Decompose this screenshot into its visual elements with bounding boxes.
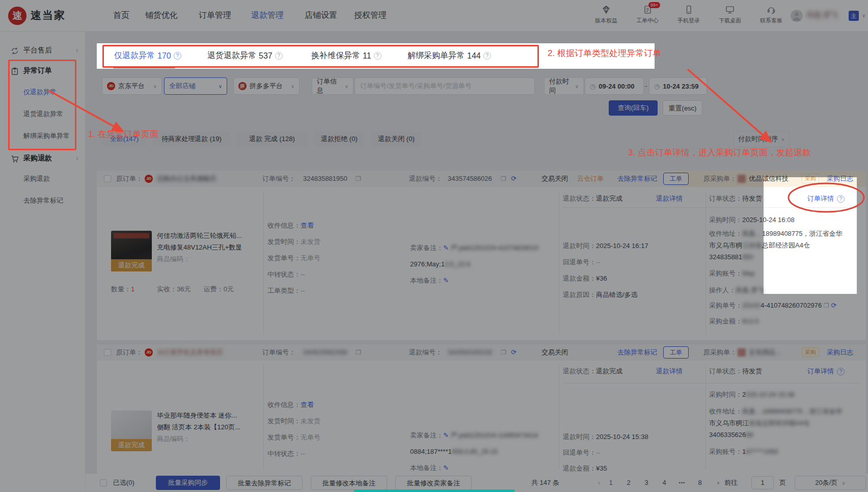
page-number[interactable]: 3 — [639, 476, 654, 490]
po-shop-logo — [738, 348, 746, 357]
batch-edit-local-note-button[interactable]: 批量修改本地备注 — [311, 476, 387, 490]
reset-button[interactable]: 重置(esc) — [663, 100, 702, 116]
question-icon[interactable]: ? — [837, 368, 845, 375]
select-all-checkbox[interactable] — [100, 479, 107, 486]
user-role-badge: 主 — [849, 11, 859, 21]
refresh-icon[interactable]: ⟳ — [831, 302, 836, 309]
shop-select[interactable]: 全部店铺 ∨ — [164, 77, 227, 95]
product-image[interactable]: 退款完成 — [111, 411, 152, 451]
question-icon[interactable]: ? — [837, 195, 845, 203]
edit-icon[interactable]: ✎ — [443, 244, 449, 252]
search-button[interactable]: 查询(回车) — [609, 100, 658, 116]
divider — [706, 365, 706, 470]
question-icon[interactable]: ? — [374, 52, 382, 60]
sidebar-item-purchase-refund[interactable]: 采购退款 — [23, 171, 85, 186]
purchase-log-link[interactable]: 采购日志 — [827, 171, 853, 187]
refund-detail-link[interactable]: 退款详情 — [656, 191, 683, 206]
batch-purchase-sync-button[interactable]: 批量采购同步 — [156, 476, 220, 490]
question-icon[interactable]: ? — [483, 52, 491, 60]
order-detail-link[interactable]: 订单详情? — [807, 191, 845, 206]
order-detail-link[interactable]: 订单详情? — [807, 364, 845, 379]
avatar[interactable] — [791, 10, 803, 22]
tab-unbind-po[interactable]: 解绑采购单异常144? — [408, 50, 491, 61]
order-search-input[interactable]: 订单编号/发货单号/采购单号/货源单号 — [355, 77, 535, 95]
refund-status: 退款状态：退款完成 — [563, 191, 622, 206]
goto-page-input[interactable]: 1 — [751, 476, 774, 489]
page-number[interactable]: 1 — [604, 476, 618, 490]
copy-icon[interactable]: ❐ — [824, 302, 829, 309]
refresh-icon[interactable]: ⟳ — [511, 344, 517, 361]
page-number[interactable]: 4 — [657, 476, 671, 490]
date-from-input[interactable]: ◷ 09-24 00:00 — [585, 77, 644, 95]
sidebar-item-refund-only[interactable]: 仅退款异常 — [23, 85, 85, 100]
row-checkbox[interactable] — [104, 175, 111, 182]
sidebar-item-unbind-po[interactable]: 解绑采购单异常 — [23, 128, 85, 144]
sidebar-item-return-refund[interactable]: 退货退款异常 — [23, 106, 85, 122]
refund-detail-link[interactable]: 退款详情 — [656, 364, 683, 379]
nav-authorization[interactable]: 授权管理 — [354, 10, 387, 21]
remove-mark-link[interactable]: 去除异常标记 — [617, 171, 657, 187]
edit-icon[interactable]: ✎ — [443, 277, 449, 284]
util-phone-login[interactable]: 手机登录 — [670, 5, 707, 24]
platform-select-jd[interactable]: JD 京东平台 ∨ — [102, 77, 162, 95]
edit-icon[interactable]: ✎ — [443, 464, 449, 472]
tab-return-refund[interactable]: 退货退款异常537? — [207, 50, 283, 61]
product-title[interactable]: 毕业那年随身便签本 迷你... 侧翻 活页本 2本装【120页... 商品编码： — [157, 409, 268, 445]
subtab-rejected[interactable]: 退款拒绝 (0) — [314, 131, 365, 147]
view-address-link[interactable]: 查看 — [301, 222, 314, 229]
selected-count: 已选(0) — [113, 474, 134, 492]
util-version-rights[interactable]: 版本权益 — [588, 5, 625, 24]
nav-shop-settings[interactable]: 店铺设置 — [305, 10, 337, 21]
util-ticket-center[interactable]: 99+ 工单中心 — [629, 5, 666, 24]
receiver-address: 收件地址：凤凰，18989408775，浙江省金华 市义乌市稠江街道总部经济园A… — [709, 228, 862, 263]
tab-refund-only[interactable]: 仅退款异常170? — [114, 50, 181, 61]
nav-orders[interactable]: 订单管理 — [199, 10, 231, 21]
pay-time-select[interactable]: 付款时间 ∨ — [544, 77, 584, 95]
refresh-icon[interactable]: ⟳ — [511, 171, 517, 187]
util-download-desktop[interactable]: 下载桌面 — [712, 5, 748, 24]
chevron-down-icon[interactable]: ∨ — [862, 13, 865, 18]
purchase-log-link[interactable]: 采购日志 — [827, 344, 853, 361]
copy-icon[interactable]: ❐ — [501, 171, 506, 187]
subtab-closed[interactable]: 退款关闭 (0) — [371, 131, 422, 147]
refund-status-badge: 退款完成 — [111, 439, 152, 451]
sidebar-item-remove-mark[interactable]: 去除异常标记 — [23, 193, 85, 208]
app-logo[interactable]: 速 — [8, 7, 26, 25]
remove-mark-link[interactable]: 去除异常标记 — [617, 344, 657, 361]
product-image[interactable]: 退款完成 — [111, 231, 152, 271]
sidebar-group-purchase-refund[interactable]: 采购退款 › — [0, 150, 86, 166]
copy-icon[interactable]: ❐ — [356, 344, 361, 361]
remarks: 卖家备注：✎ 严;pdd1251024-11890473414 0884;187… — [410, 427, 563, 474]
nav-refunds[interactable]: 退款管理 — [251, 10, 284, 21]
amounts: 实收：36元 运费：0元 — [157, 282, 234, 297]
order-info-type-select[interactable]: 订单信息 ∨ — [312, 77, 354, 95]
next-page-button[interactable]: › — [711, 476, 725, 490]
platform-select-pdd[interactable]: 拼 拼多多平台 ∨ — [233, 77, 300, 95]
question-icon[interactable]: ? — [275, 52, 283, 60]
tab-exchange-warranty[interactable]: 换补维保异常11? — [311, 50, 382, 61]
subtab-pending[interactable]: 待商家处理退款 (19) — [153, 131, 230, 147]
batch-remove-mark-button[interactable]: 批量去除异常标记 — [226, 476, 303, 490]
view-address-link[interactable]: 查看 — [301, 401, 314, 408]
topbar: 速 速当家 首页 铺货优化 订单管理 退款管理 店铺设置 授权管理 版本权益 9… — [0, 0, 868, 32]
nav-home[interactable]: 首页 — [113, 10, 129, 21]
page-number[interactable]: 2 — [621, 476, 636, 490]
date-to-input[interactable]: ◷ 10-24 23:59 — [649, 77, 707, 95]
ticket-button[interactable]: 工单 — [663, 173, 689, 185]
batch-edit-seller-note-button[interactable]: 批量修改卖家备注 — [395, 476, 472, 490]
util-contact-support[interactable]: 联系客服 — [753, 5, 790, 24]
question-icon[interactable]: ? — [174, 52, 181, 60]
sort-select[interactable]: 付款时间倒序 ∨ — [734, 131, 790, 147]
subtab-completed[interactable]: 退款 完成 (128) — [236, 131, 308, 147]
sidebar-group-abnormal-orders[interactable]: 异常订单 — [0, 62, 86, 78]
page-size-select[interactable]: 20条/页 ∨ — [795, 476, 866, 490]
copy-icon[interactable]: ❐ — [356, 171, 361, 187]
edit-icon[interactable]: ✎ — [443, 431, 449, 439]
copy-icon[interactable]: ❐ — [501, 344, 506, 361]
ticket-button[interactable]: 工单 — [663, 346, 689, 359]
sidebar-group-aftersale[interactable]: 平台售后 › — [0, 42, 86, 58]
page-number[interactable]: 8 — [693, 476, 707, 490]
product-title[interactable]: 何佳功激活两轮三轮饿死铅... 充电修复48V12AH三孔+数显 商品编码： — [157, 230, 268, 265]
row-checkbox[interactable] — [104, 349, 111, 356]
nav-listing[interactable]: 铺货优化 — [145, 10, 178, 21]
